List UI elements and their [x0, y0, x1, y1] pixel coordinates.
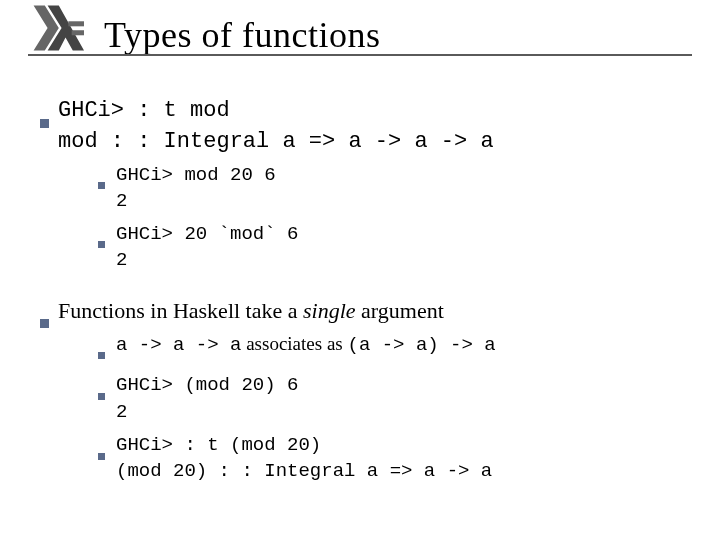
subbullet-mod20-apply: GHCi> (mod 20) 6 2: [98, 372, 680, 425]
code-line: GHCi> : t mod: [58, 98, 230, 123]
title-underline: [28, 54, 692, 56]
subbullet-mod-infix: GHCi> 20 `mod` 6 2: [98, 221, 680, 274]
text-emph: single: [303, 298, 356, 323]
subbullet-mod-prefix: GHCi> mod 20 6 2: [98, 162, 680, 215]
text: argument: [361, 298, 444, 323]
code-line: (mod 20) : : Integral a => a -> a: [116, 460, 492, 482]
text: Functions in Haskell take a: [58, 298, 303, 323]
slide-title: Types of functions: [104, 14, 380, 56]
code-line: 2: [116, 401, 127, 423]
code-line: 2: [116, 190, 127, 212]
slide-content: GHCi> : t mod mod : : Integral a => a ->…: [40, 96, 680, 507]
code-line: GHCi> (mod 20) 6: [116, 374, 298, 396]
code-line: 2: [116, 249, 127, 271]
code-inline: (a -> a) -> a: [347, 334, 495, 356]
bullet-type-mod: GHCi> : t mod mod : : Integral a => a ->…: [40, 96, 680, 280]
subbullet-associates: a -> a -> a associates as (a -> a) -> a: [98, 331, 680, 367]
svg-rect-3: [72, 30, 84, 35]
code-line: mod : : Integral a => a -> a -> a: [58, 129, 494, 154]
code-line: GHCi> 20 `mod` 6: [116, 223, 298, 245]
haskell-logo-icon: [28, 0, 84, 56]
subbullet-mod20-type: GHCi> : t (mod 20) (mod 20) : : Integral…: [98, 432, 680, 485]
svg-rect-2: [68, 21, 84, 26]
code-line: GHCi> mod 20 6: [116, 164, 276, 186]
code-inline: a -> a -> a: [116, 334, 241, 356]
bullet-single-argument: Functions in Haskell take a single argum…: [40, 296, 680, 491]
code-line: GHCi> : t (mod 20): [116, 434, 321, 456]
text: associates as: [246, 333, 347, 354]
